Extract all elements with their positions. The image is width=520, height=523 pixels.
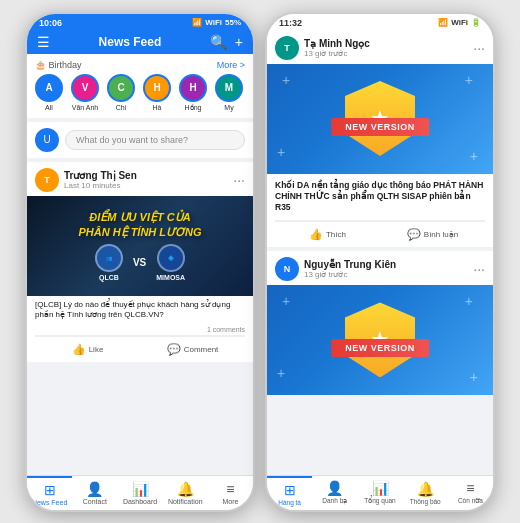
- nav-contact[interactable]: 👤 Contact: [72, 476, 117, 510]
- post-image-left: ĐIỂM ƯU VIỆT CỦA PHÂN HỆ TÍNH LƯƠNG 👥 QL…: [27, 196, 253, 296]
- post1-actions: 👍 Thích 💬 Bình luận: [275, 221, 485, 247]
- phone-right: 11:32 📶 WiFi 🔋 T Tạ Minh Ngọc 13 giờ trư…: [265, 12, 495, 512]
- add-icon-left[interactable]: +: [235, 34, 243, 50]
- post-placeholder: What do you want to share?: [76, 135, 188, 145]
- story-avatar-ha: H: [143, 74, 171, 102]
- story-avatar-hong: H: [179, 74, 207, 102]
- comment-btn-left[interactable]: 💬 Comment: [140, 340, 245, 359]
- post-caption-left: [QLCB] Lý do nào để thuyết phục khách hà…: [27, 296, 253, 325]
- post2-image: + + + + ★ NEW VERSION: [267, 285, 493, 395]
- post1-image: + + + + ★ NEW VERSION: [267, 64, 493, 174]
- post2-avatar: N: [275, 257, 299, 281]
- signal-icon-right: 📶: [438, 18, 448, 27]
- post-card-right-1: T Tạ Minh Ngọc 13 giờ trước ··· + + + +: [267, 30, 493, 247]
- story-name-ha: Hà: [153, 104, 162, 111]
- signal-icon-left: 📶: [192, 18, 202, 27]
- mimosa-icon: 🔷: [168, 255, 174, 261]
- rnav-danhba[interactable]: 👤 Danh bạ: [312, 476, 357, 510]
- rnav-connua[interactable]: ≡ Còn nữa: [448, 476, 493, 510]
- thongbao-label: Thông báo: [410, 498, 441, 505]
- post2-menu-btn[interactable]: ···: [473, 261, 485, 277]
- post-time: Last 10 minutes: [64, 181, 137, 190]
- new-version-badge-2: ★ NEW VERSION: [345, 302, 415, 377]
- rnav-thongbao[interactable]: 🔔 Thông báo: [403, 476, 448, 510]
- post-card-right-2: N Nguyễn Trung Kiên 13 giờ trước ··· + +…: [267, 251, 493, 395]
- post-image-text: ĐIỂM ƯU VIỆT CỦA PHÂN HỆ TÍNH LƯƠNG: [78, 210, 201, 239]
- search-icon-left[interactable]: 🔍: [210, 34, 227, 50]
- story-item-all[interactable]: A All: [35, 74, 63, 112]
- post-input-area: U What do you want to share?: [27, 122, 253, 158]
- rnav-hangta[interactable]: ⊞ Hàng tá: [267, 476, 312, 510]
- story-item-my[interactable]: M My: [215, 74, 243, 112]
- brand-col-1: 👥 QLCB: [95, 244, 123, 281]
- story-item-vananh[interactable]: V Văn Anh: [71, 74, 99, 112]
- navbar-icons-left: 🔍 +: [210, 34, 243, 50]
- story-item-hong[interactable]: H Hồng: [179, 74, 207, 112]
- battery-left: 55%: [225, 18, 241, 27]
- deco-plus-2: +: [465, 72, 473, 88]
- nav-newsfeed[interactable]: ⊞ News Feed: [27, 476, 72, 510]
- ribbon-1: NEW VERSION: [331, 118, 429, 136]
- story-avatar-all: A: [35, 74, 63, 102]
- like-btn-right-1[interactable]: 👍 Thích: [275, 225, 380, 244]
- post1-menu-btn[interactable]: ···: [473, 40, 485, 56]
- more-stories-btn[interactable]: More >: [217, 60, 245, 70]
- story-name-all: All: [45, 104, 53, 111]
- post-author-details: Trương Thị Sen Last 10 minutes: [64, 170, 137, 190]
- brand-label-2: MIMOSA: [156, 274, 185, 281]
- notification-label: Notification: [168, 498, 203, 505]
- time-left: 10:06: [39, 18, 62, 28]
- comment-btn-right-1[interactable]: 💬 Bình luận: [380, 225, 485, 244]
- menu-icon-left[interactable]: ☰: [37, 34, 50, 50]
- stories-section: 🎂 Birthday More > A All V Văn Anh C Chi: [27, 54, 253, 118]
- dashboard-label: Dashboard: [123, 498, 157, 505]
- phones-container: 10:06 📶 WiFi 55% ☰ News Feed 🔍 + 🎂 Birth…: [15, 2, 505, 522]
- comment-icon-left: 💬: [167, 343, 181, 356]
- hangta-icon: ⊞: [284, 482, 296, 498]
- post-input[interactable]: What do you want to share?: [65, 130, 245, 150]
- story-avatar-my: M: [215, 74, 243, 102]
- bottom-nav-right: ⊞ Hàng tá 👤 Danh bạ 📊 Tổng quan 🔔 Thông …: [267, 475, 493, 510]
- deco-plus-8: +: [470, 369, 478, 385]
- notification-icon: 🔔: [177, 481, 194, 497]
- battery-right: 🔋: [471, 18, 481, 27]
- user-avatar-input: U: [35, 128, 59, 152]
- tongquan-label: Tổng quan: [364, 497, 395, 505]
- post-menu-btn[interactable]: ···: [233, 172, 245, 188]
- post-actions-left: 👍 Like 💬 Comment: [35, 336, 245, 362]
- like-btn-left[interactable]: 👍 Like: [35, 340, 140, 359]
- post-stats-left: 1 comments: [27, 324, 253, 335]
- thongbao-icon: 🔔: [417, 481, 434, 497]
- post1-author-name: Tạ Minh Ngọc: [304, 38, 370, 49]
- contact-icon: 👤: [86, 481, 103, 497]
- time-right: 11:32: [279, 18, 302, 28]
- story-item-ha[interactable]: H Hà: [143, 74, 171, 112]
- connua-label: Còn nữa: [458, 497, 483, 505]
- connua-icon: ≡: [466, 480, 474, 496]
- comment-label-left: Comment: [184, 345, 219, 354]
- contact-label: Contact: [83, 498, 107, 505]
- story-avatar-vananh: V: [71, 74, 99, 102]
- like-icon-right-1: 👍: [309, 228, 323, 241]
- nav-notification[interactable]: 🔔 Notification: [163, 476, 208, 510]
- newsfeed-icon: ⊞: [44, 482, 56, 498]
- nav-more[interactable]: ≡ More: [208, 476, 253, 510]
- post-user-info-right-2: N Nguyễn Trung Kiên 13 giờ trước: [275, 257, 396, 281]
- post-header-right-2: N Nguyễn Trung Kiên 13 giờ trước ···: [267, 251, 493, 285]
- nav-dashboard[interactable]: 📊 Dashboard: [117, 476, 162, 510]
- like-icon-left: 👍: [72, 343, 86, 356]
- newsfeed-label: News Feed: [32, 499, 67, 506]
- danhba-label: Danh bạ: [322, 497, 347, 505]
- post1-caption: Khối DA nền tảng giáo dục thông báo PHÁT…: [267, 174, 493, 220]
- stories-header: 🎂 Birthday More >: [35, 60, 245, 70]
- stories-row: A All V Văn Anh C Chi H Hà: [35, 74, 245, 112]
- deco-plus-6: +: [465, 293, 473, 309]
- new-version-badge-1: ★ NEW VERSION: [345, 81, 415, 156]
- story-item-chi[interactable]: C Chi: [107, 74, 135, 112]
- bottom-nav-left: ⊞ News Feed 👤 Contact 📊 Dashboard 🔔 Noti…: [27, 475, 253, 510]
- hangta-label: Hàng tá: [278, 499, 301, 506]
- post-user-info-left: T Trương Thị Sen Last 10 minutes: [35, 168, 137, 192]
- qlcb-badge: 👥: [95, 244, 123, 272]
- rnav-tongquan[interactable]: 📊 Tổng quan: [357, 476, 402, 510]
- qlcb-icon: 👥: [106, 255, 112, 261]
